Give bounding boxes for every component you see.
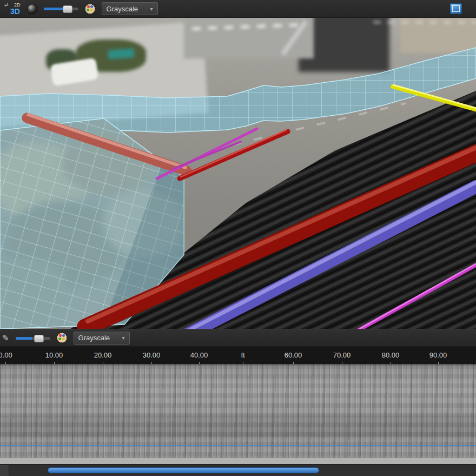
slider-handle[interactable] bbox=[63, 5, 72, 13]
slider-fill bbox=[16, 337, 32, 340]
gpr-application: ⇄ 2D 3D Grayscale ▾ bbox=[0, 0, 476, 476]
view-switch-arrow-icon: ⇄ bbox=[4, 3, 9, 8]
depth-marker-line[interactable] bbox=[0, 445, 476, 446]
slider-track[interactable] bbox=[44, 8, 78, 10]
slider-track[interactable] bbox=[16, 337, 50, 340]
minimap-icon[interactable] bbox=[450, 3, 462, 14]
horizontal-scrollbar-zone[interactable] bbox=[0, 464, 476, 476]
slider-handle[interactable] bbox=[34, 335, 44, 342]
ruler-tick-label: 90.00 bbox=[429, 351, 447, 359]
bottom-toolbar: ✎ Grayscale ▾ bbox=[0, 329, 476, 347]
opacity-slider[interactable] bbox=[44, 4, 78, 13]
horizontal-scrollbar-thumb[interactable] bbox=[48, 467, 319, 473]
ruler-tick-label: 10.00 bbox=[45, 351, 63, 359]
radargram-opacity-slider[interactable] bbox=[16, 334, 50, 342]
ruler-tick-label: 0.00 bbox=[0, 351, 12, 359]
eye-icon[interactable] bbox=[27, 4, 37, 14]
3d-viewport[interactable] bbox=[0, 18, 476, 329]
ruler-tick-label: 80.00 bbox=[382, 351, 400, 359]
view-3d-label: 3D bbox=[10, 8, 20, 15]
pencil-icon[interactable]: ✎ bbox=[2, 333, 9, 343]
view-toggle-2d3d[interactable]: ⇄ 2D 3D bbox=[4, 3, 21, 15]
hyperbola-reflection bbox=[233, 390, 314, 417]
slider-fill bbox=[44, 8, 64, 10]
distance-ruler[interactable]: 0.00 10.00 20.00 30.00 40.00 ft 60.00 70… bbox=[0, 347, 476, 364]
ruler-tick-label: 30.00 bbox=[143, 351, 161, 359]
thin-red-pipe[interactable] bbox=[180, 131, 288, 178]
palette-icon[interactable] bbox=[57, 333, 67, 343]
thin-red-pipe-highlight bbox=[181, 130, 287, 177]
ruler-tick-label: 70.00 bbox=[333, 351, 351, 359]
top-toolbar: ⇄ 2D 3D Grayscale ▾ bbox=[0, 0, 476, 18]
colormap-value: Grayscale bbox=[107, 5, 138, 13]
radargram-view[interactable] bbox=[0, 364, 476, 458]
ruler-unit-label: ft bbox=[241, 351, 244, 359]
ruler-tick-label: 40.00 bbox=[190, 351, 208, 359]
bottom-strip bbox=[0, 458, 476, 464]
hyperbola-reflection bbox=[319, 388, 379, 412]
hyperbola-reflection bbox=[431, 380, 474, 409]
chevron-down-icon: ▾ bbox=[142, 6, 153, 12]
3d-scene bbox=[0, 18, 476, 329]
palette-icon[interactable] bbox=[85, 4, 95, 14]
ruler-tick-label: 20.00 bbox=[94, 351, 112, 359]
chevron-down-icon: ▾ bbox=[115, 335, 125, 341]
radargram-colormap-dropdown[interactable]: Grayscale ▾ bbox=[74, 332, 130, 345]
scroll-left-button[interactable] bbox=[0, 465, 9, 476]
hyperbola-reflection bbox=[8, 392, 57, 414]
ruler-tick-label: 60.00 bbox=[285, 351, 302, 359]
colormap-dropdown[interactable]: Grayscale ▾ bbox=[102, 2, 158, 15]
colormap-value: Grayscale bbox=[78, 334, 110, 342]
